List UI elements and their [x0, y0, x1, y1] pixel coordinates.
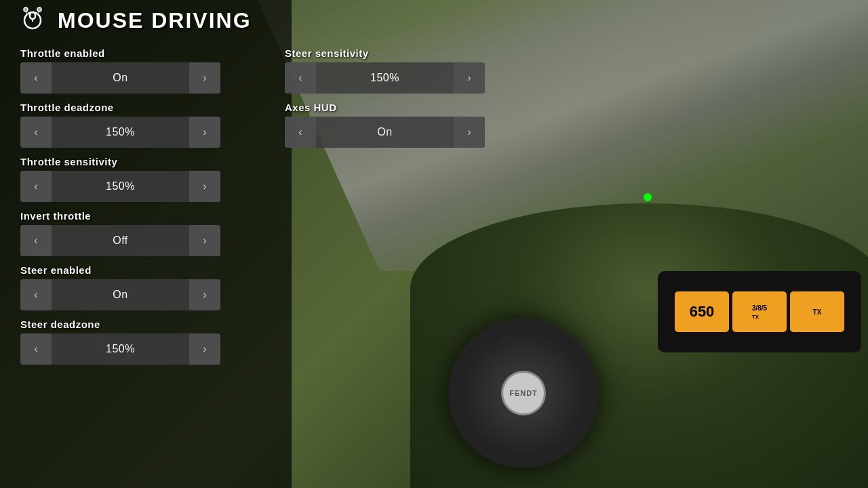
- left-chevron-icon: ‹: [34, 289, 37, 301]
- prev-btn-throttle-sensitivity[interactable]: ‹: [20, 171, 52, 202]
- setting-label-axes-hud: Axes HUD: [285, 102, 522, 113]
- gauge-2: 3/8/5 TX: [732, 291, 787, 332]
- setting-control-invert-throttle: ‹Off›: [20, 225, 220, 256]
- right-chevron-icon: ›: [203, 180, 206, 192]
- setting-group-throttle-deadzone: Throttle deadzone‹150%›: [20, 102, 258, 148]
- setting-group-throttle-sensitivity: Throttle sensitivity‹150%›: [20, 156, 258, 202]
- right-column: Steer sensitivity‹150%›Axes HUD‹On›: [285, 47, 522, 373]
- setting-value-axes-hud: On: [316, 126, 454, 138]
- right-chevron-icon: ›: [467, 126, 471, 138]
- setting-value-throttle-enabled: On: [52, 72, 189, 84]
- setting-group-axes-hud: Axes HUD‹On›: [285, 102, 522, 148]
- setting-label-throttle-enabled: Throttle enabled: [20, 47, 258, 59]
- left-chevron-icon: ‹: [34, 72, 37, 84]
- left-chevron-icon: ‹: [34, 180, 37, 192]
- setting-value-throttle-deadzone: 150%: [52, 126, 189, 138]
- prev-btn-steer-deadzone[interactable]: ‹: [20, 333, 52, 365]
- setting-value-invert-throttle: Off: [52, 235, 189, 247]
- setting-group-throttle-enabled: Throttle enabled‹On›: [20, 47, 258, 94]
- prev-btn-axes-hud[interactable]: ‹: [285, 117, 316, 148]
- page-title: MOUSE DRIVING: [58, 8, 252, 33]
- left-chevron-icon: ‹: [34, 343, 37, 355]
- next-btn-invert-throttle[interactable]: ›: [189, 225, 220, 256]
- right-chevron-icon: ›: [203, 289, 206, 301]
- setting-control-throttle-sensitivity: ‹150%›: [20, 171, 220, 202]
- setting-value-steer-sensitivity: 150%: [316, 72, 454, 84]
- prev-btn-steer-enabled[interactable]: ‹: [20, 279, 52, 310]
- setting-value-steer-enabled: On: [52, 289, 189, 301]
- setting-label-steer-enabled: Steer enabled: [20, 264, 258, 276]
- prev-btn-throttle-enabled[interactable]: ‹: [20, 62, 52, 94]
- setting-control-steer-deadzone: ‹150%›: [20, 333, 220, 365]
- green-indicator: [644, 193, 652, 201]
- svg-rect-1: [30, 12, 35, 19]
- prev-btn-steer-sensitivity[interactable]: ‹: [285, 62, 316, 94]
- setting-label-steer-sensitivity: Steer sensitivity: [285, 47, 522, 59]
- prev-btn-throttle-deadzone[interactable]: ‹: [20, 117, 52, 148]
- setting-group-steer-enabled: Steer enabled‹On›: [20, 264, 258, 310]
- right-chevron-icon: ›: [203, 72, 206, 84]
- settings-grid: Throttle enabled‹On›Throttle deadzone‹15…: [20, 47, 522, 373]
- next-btn-axes-hud[interactable]: ›: [454, 117, 485, 148]
- setting-group-steer-deadzone: Steer deadzone‹150%›: [20, 319, 258, 365]
- next-btn-steer-sensitivity[interactable]: ›: [454, 62, 485, 94]
- next-btn-steer-enabled[interactable]: ›: [189, 279, 220, 310]
- setting-value-steer-deadzone: 150%: [52, 343, 189, 355]
- prev-btn-invert-throttle[interactable]: ‹: [20, 225, 52, 256]
- settings-panel: MOUSE DRIVING Throttle enabled‹On›Thrott…: [0, 0, 542, 488]
- setting-control-steer-enabled: ‹On›: [20, 279, 220, 310]
- setting-control-throttle-deadzone: ‹150%›: [20, 117, 220, 148]
- speed-gauge: 650: [675, 291, 729, 332]
- setting-label-steer-deadzone: Steer deadzone: [20, 319, 258, 330]
- gauge-3: TX: [790, 291, 844, 332]
- setting-group-steer-sensitivity: Steer sensitivity‹150%›: [285, 47, 522, 94]
- left-chevron-icon: ‹: [34, 126, 37, 138]
- setting-group-invert-throttle: Invert throttle‹Off›: [20, 210, 258, 256]
- left-chevron-icon: ‹: [298, 126, 302, 138]
- setting-label-throttle-sensitivity: Throttle sensitivity: [20, 156, 258, 167]
- setting-control-throttle-enabled: ‹On›: [20, 62, 220, 94]
- left-chevron-icon: ‹: [298, 72, 302, 84]
- right-chevron-icon: ›: [467, 72, 471, 84]
- right-chevron-icon: ›: [203, 343, 206, 355]
- next-btn-throttle-deadzone[interactable]: ›: [189, 117, 220, 148]
- svg-point-4: [37, 7, 41, 12]
- right-chevron-icon: ›: [203, 126, 206, 138]
- dashboard: 650 3/8/5 TX TX: [658, 271, 861, 352]
- left-column: Throttle enabled‹On›Throttle deadzone‹15…: [20, 47, 258, 373]
- svg-point-3: [24, 7, 28, 12]
- mouse-driving-icon: [20, 7, 47, 34]
- next-btn-throttle-enabled[interactable]: ›: [189, 62, 220, 94]
- setting-control-steer-sensitivity: ‹150%›: [285, 62, 485, 94]
- setting-label-invert-throttle: Invert throttle: [20, 210, 258, 222]
- left-chevron-icon: ‹: [34, 235, 37, 247]
- right-chevron-icon: ›: [203, 235, 206, 247]
- next-btn-throttle-sensitivity[interactable]: ›: [189, 171, 220, 202]
- page-header: MOUSE DRIVING: [20, 7, 522, 34]
- next-btn-steer-deadzone[interactable]: ›: [189, 333, 220, 365]
- setting-control-axes-hud: ‹On›: [285, 117, 485, 148]
- setting-label-throttle-deadzone: Throttle deadzone: [20, 102, 258, 113]
- setting-value-throttle-sensitivity: 150%: [52, 180, 189, 192]
